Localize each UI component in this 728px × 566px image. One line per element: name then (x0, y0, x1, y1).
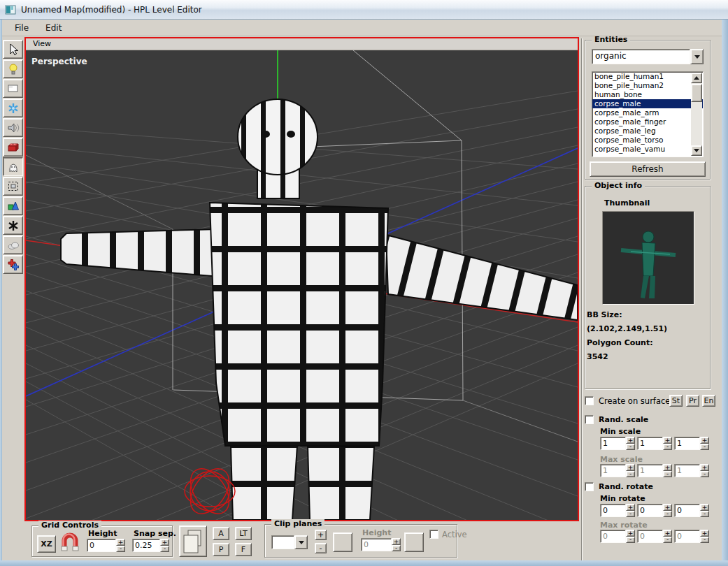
list-item[interactable]: corpse_male_arm (592, 108, 703, 117)
scroll-up-button[interactable] (691, 73, 702, 83)
spin-down-button[interactable]: - (700, 537, 709, 544)
spin-down-button[interactable]: - (626, 444, 635, 451)
toggle-a-button[interactable]: A (213, 527, 229, 540)
spin-down-button[interactable]: - (663, 471, 672, 478)
max-scale-x-field[interactable] (600, 464, 626, 477)
refresh-button[interactable]: Refresh (590, 161, 706, 177)
snap-separation-field[interactable] (132, 539, 160, 552)
min-rotate-x-spinner[interactable]: +- (600, 504, 635, 517)
tool-entities-button[interactable] (3, 157, 23, 176)
spin-up-button[interactable]: + (663, 530, 672, 537)
title-bar[interactable]: Unnamed Map(modified) - HPL Level Editor (0, 0, 728, 20)
entity-list[interactable]: bone_pile_human1 bone_pile_human2 human_… (592, 71, 704, 157)
tool-compounds-button[interactable] (3, 255, 23, 274)
spin-up-button[interactable]: + (116, 539, 125, 546)
entity-category-combobox[interactable]: organic (592, 49, 704, 64)
max-scale-z-field[interactable] (674, 464, 700, 477)
list-item[interactable]: corpse_male_torso (592, 136, 703, 145)
tool-select-button[interactable] (3, 40, 23, 59)
toggle-p-button[interactable]: P (213, 543, 229, 556)
spin-up-button[interactable]: + (626, 437, 635, 444)
tool-sounds-button[interactable] (3, 118, 23, 137)
tool-decals-button[interactable] (3, 216, 23, 235)
entity-category-dropdown-button[interactable] (690, 49, 704, 64)
spin-down-button[interactable]: - (663, 537, 672, 544)
spin-up-button[interactable]: + (626, 464, 635, 471)
clip-plane-dropdown-button[interactable] (294, 535, 308, 549)
tool-fog-areas-button[interactable] (3, 235, 23, 254)
min-rotate-y-spinner[interactable]: +- (637, 504, 672, 517)
spin-up-button[interactable]: + (626, 530, 635, 537)
min-rotate-z-field[interactable] (674, 504, 700, 517)
rand-scale-checkbox[interactable] (585, 415, 594, 424)
surface-type-primitive-button[interactable]: Pr (686, 395, 699, 407)
spin-up-button[interactable]: + (700, 530, 709, 537)
scroll-thumb[interactable] (691, 84, 702, 102)
clip-plane-combobox[interactable] (271, 535, 308, 549)
viewport-canvas[interactable] (26, 50, 578, 520)
spin-down-button[interactable]: - (626, 537, 635, 544)
max-rotate-z-spinner[interactable]: +- (674, 530, 709, 543)
tool-static-objects-button[interactable] (3, 196, 23, 215)
duplicate-view-button[interactable] (179, 525, 207, 557)
list-item[interactable]: corpse_male_vamu (592, 145, 703, 154)
spin-up-button[interactable]: + (626, 504, 635, 511)
add-clip-plane-button[interactable]: + (315, 530, 327, 540)
min-scale-x-spinner[interactable]: +- (600, 437, 635, 450)
spin-up-button[interactable]: + (392, 538, 401, 545)
spin-down-button[interactable]: - (626, 511, 635, 518)
spin-down-button[interactable]: - (700, 511, 709, 518)
tool-particles-button[interactable] (3, 99, 23, 117)
create-on-surface-checkbox[interactable] (585, 396, 594, 405)
max-rotate-y-field[interactable] (637, 530, 663, 543)
grid-height-field[interactable] (87, 539, 116, 552)
spin-down-button[interactable]: - (392, 545, 401, 552)
max-rotate-x-spinner[interactable]: +- (600, 530, 635, 543)
spin-down-button[interactable]: - (160, 546, 169, 553)
menu-file[interactable]: File (6, 20, 37, 36)
clip-height-spinner[interactable]: +- (361, 538, 401, 551)
list-item[interactable]: bone_pile_human2 (592, 81, 703, 90)
scroll-down-button[interactable] (691, 145, 702, 156)
max-scale-z-spinner[interactable]: +- (674, 464, 709, 477)
spin-down-button[interactable]: - (663, 444, 672, 451)
spin-up-button[interactable]: + (663, 504, 672, 511)
toggle-f-button[interactable]: F (235, 543, 252, 556)
tool-areas-button[interactable] (3, 177, 23, 196)
max-scale-x-spinner[interactable]: +- (600, 464, 635, 477)
spin-down-button[interactable]: - (663, 511, 672, 518)
spin-up-button[interactable]: + (663, 437, 672, 444)
entity-list-scrollbar[interactable] (691, 73, 702, 156)
menu-edit[interactable]: Edit (37, 20, 70, 36)
tool-primitives-button[interactable] (3, 138, 23, 157)
remove-clip-plane-button[interactable]: - (315, 543, 327, 553)
max-scale-y-field[interactable] (637, 464, 663, 477)
min-rotate-z-spinner[interactable]: +- (674, 504, 709, 517)
clip-plane-axis-button[interactable] (333, 532, 352, 552)
min-scale-z-spinner[interactable]: +- (674, 437, 709, 450)
max-rotate-z-field[interactable] (674, 530, 700, 543)
max-rotate-y-spinner[interactable]: +- (637, 530, 672, 543)
spin-up-button[interactable]: + (700, 504, 709, 511)
clip-active-checkbox[interactable] (429, 530, 438, 539)
min-rotate-y-field[interactable] (637, 504, 663, 517)
max-rotate-x-field[interactable] (600, 530, 626, 543)
list-item[interactable]: human_bone (592, 90, 703, 99)
clip-height-field[interactable] (361, 538, 392, 551)
tool-lights-button[interactable] (3, 59, 23, 78)
list-item[interactable]: corpse_male_leg (592, 126, 703, 136)
spin-up-button[interactable]: + (700, 437, 709, 444)
min-scale-z-field[interactable] (674, 437, 700, 450)
min-scale-x-field[interactable] (600, 437, 626, 450)
min-scale-y-field[interactable] (637, 437, 663, 450)
list-item-selected[interactable]: corpse_male (592, 99, 703, 108)
rand-rotate-checkbox[interactable] (585, 482, 594, 491)
tool-billboards-button[interactable] (3, 79, 23, 98)
min-rotate-x-field[interactable] (600, 504, 626, 517)
grid-plane-button[interactable]: XZ (37, 535, 56, 553)
clip-plane-side-button[interactable] (404, 532, 424, 552)
snap-toggle-button[interactable] (59, 531, 81, 553)
surface-type-entity-button[interactable]: En (702, 395, 715, 407)
surface-type-static-button[interactable]: St (669, 395, 683, 407)
spin-down-button[interactable]: - (700, 471, 709, 478)
